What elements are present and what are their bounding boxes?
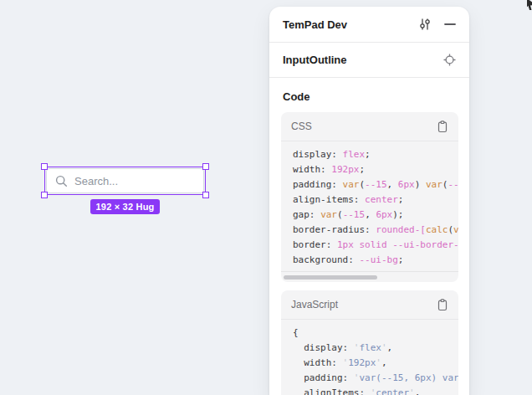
search-placeholder: Search... <box>74 175 118 187</box>
code-section-title: Code <box>269 78 469 112</box>
selection-size-badge: 192 × 32 Hug <box>90 199 161 214</box>
component-row: InputOutline <box>269 43 469 77</box>
scrollbar-thumb[interactable] <box>284 275 377 280</box>
tempad-dev-panel: TemPad Dev InputOut <box>269 7 469 395</box>
panel-header: TemPad Dev <box>269 7 469 42</box>
search-icon <box>55 175 68 187</box>
settings-sliders-icon[interactable] <box>418 18 432 31</box>
css-code[interactable]: display: flex;width: 192px;padding: var(… <box>281 141 458 271</box>
copy-clipboard-icon[interactable] <box>437 299 448 311</box>
copy-clipboard-icon[interactable] <box>437 121 448 133</box>
figma-canvas: Search... 192 × 32 Hug TemPad Dev <box>0 0 532 395</box>
selection-outline: Search... 192 × 32 Hug <box>44 167 206 195</box>
javascript-code[interactable]: { display: 'flex', width: '192px', paddi… <box>281 320 458 395</box>
panel-title: TemPad Dev <box>283 18 347 31</box>
javascript-code-block: JavaScript { display: 'flex', width: '19… <box>281 290 458 395</box>
selection-handle-nw[interactable] <box>41 163 48 170</box>
selection-handle-ne[interactable] <box>202 163 209 170</box>
css-block-header: CSS <box>281 112 458 141</box>
component-name: InputOutline <box>283 54 347 66</box>
minimize-icon[interactable] <box>444 18 456 30</box>
mouse-cursor <box>527 0 532 10</box>
selection-handle-se[interactable] <box>202 192 209 198</box>
javascript-block-header: JavaScript <box>281 290 458 320</box>
horizontal-scrollbar[interactable] <box>281 271 458 282</box>
javascript-block-label: JavaScript <box>291 299 338 310</box>
css-block-label: CSS <box>291 121 312 132</box>
css-code-block: CSS display: flex;width: 192px;padding: … <box>281 112 458 282</box>
search-input-component[interactable]: Search... <box>46 168 204 193</box>
locate-target-icon[interactable] <box>443 54 456 66</box>
selection-handle-sw[interactable] <box>41 192 48 198</box>
